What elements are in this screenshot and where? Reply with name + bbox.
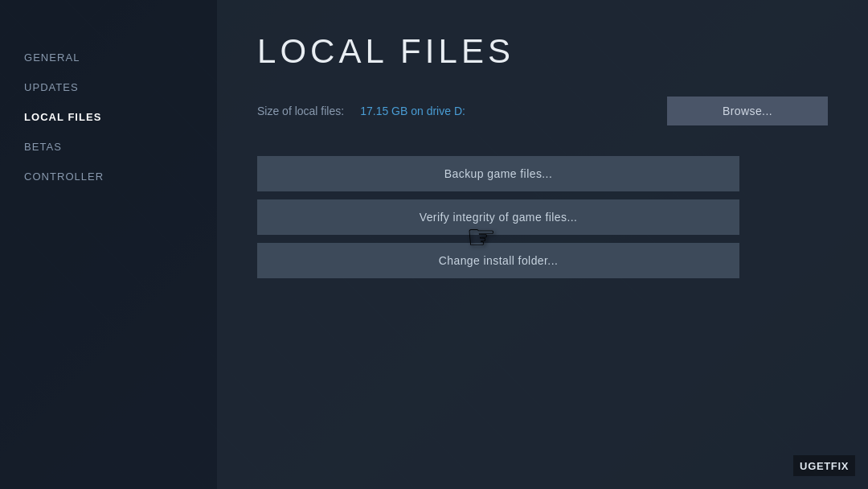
sidebar-item-controller[interactable]: CONTROLLER	[24, 167, 217, 186]
sidebar-item-general[interactable]: GENERAL	[24, 48, 217, 67]
action-buttons: Backup game files...Verify integrity of …	[257, 156, 828, 278]
page-title: LOCAL FILES	[257, 32, 828, 71]
verify-button[interactable]: Verify integrity of game files...	[257, 199, 739, 235]
file-size-row: Size of local files: 17.15 GB on drive D…	[257, 97, 828, 125]
watermark: UGETFIX	[793, 455, 855, 476]
browse-button[interactable]: Browse...	[667, 97, 828, 125]
main-content: LOCAL FILES Size of local files: 17.15 G…	[217, 0, 868, 489]
sidebar: GENERALUPDATESLOCAL FILESBETASCONTROLLER	[0, 0, 217, 489]
sidebar-item-betas[interactable]: BETAS	[24, 138, 217, 156]
backup-button[interactable]: Backup game files...	[257, 156, 739, 191]
sidebar-item-updates[interactable]: UPDATES	[24, 78, 217, 97]
install-folder-button[interactable]: Change install folder...	[257, 243, 739, 278]
sidebar-item-local-files[interactable]: LOCAL FILES	[24, 108, 217, 126]
sidebar-nav: GENERALUPDATESLOCAL FILESBETASCONTROLLER	[24, 48, 217, 186]
watermark-text: UGETFIX	[800, 460, 849, 472]
file-size-label: Size of local files:	[257, 105, 344, 117]
file-size-link[interactable]: 17.15 GB on drive D:	[360, 105, 465, 117]
